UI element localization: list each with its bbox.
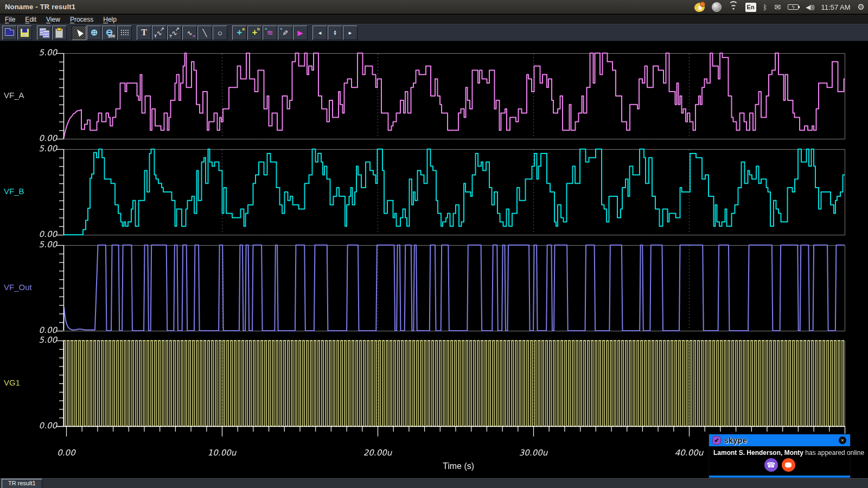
x-tick-label: 40.00u [675,448,703,458]
call-button[interactable]: ☎ [764,458,778,472]
save-icon [21,29,29,37]
circle-button[interactable]: ○ [213,25,227,40]
probe-add-button[interactable]: ✎+ [278,25,292,40]
system-tray: Enᛒ✉ϟ◀)))11:57 AM⚙ [694,0,865,14]
arrow-left-icon: ◂ [318,30,322,36]
copy-icon [40,28,49,37]
toolbar: ⊕⊖100TT?=╲○+a+b≋+✎+▶◂▴▾▸ [0,24,868,41]
nav-left-button[interactable]: ◂ [312,25,327,40]
cursor-icon [75,28,84,36]
keyboard-layout-badge[interactable]: En [745,3,756,12]
y-tick-label: 0.00 [3,133,57,143]
skype-message: Lamont S. Henderson, Monty has appeared … [709,446,850,457]
window-title: Noname - TR result1 [0,3,75,11]
curve-equation-button-badge: = [193,34,195,38]
select-cursor-button[interactable] [72,25,86,40]
zoom-100-button[interactable]: ⊖100 [102,25,117,40]
y-tick-label: 0.00 [3,325,57,335]
curve-query-button-badge: ? [169,34,172,38]
y-tick-label: 0.00 [3,421,57,431]
y-tick-label: 5.00 [3,240,57,249]
axis-a-button-badge: a [242,27,245,31]
clock-label: 11:57 AM [821,3,851,11]
play-icon: ▶ [298,29,303,36]
nav-updown-button[interactable]: ▴▾ [328,25,342,40]
circle-icon: ○ [218,29,222,37]
close-icon[interactable]: × [839,436,846,444]
signal-label-vf-out: VF_Out [4,282,32,292]
skype-logo: skype [724,436,747,445]
zoom-100-button-badge: 100 [108,34,115,38]
curve-arrow-icon [171,28,177,37]
folder-open-icon [5,30,14,36]
phone-icon: ☎ [767,461,775,469]
copy-button[interactable] [37,25,52,40]
menu-help[interactable]: Help [98,16,122,23]
menu-edit[interactable]: Edit [20,16,41,23]
skype-tray-icon[interactable] [694,3,705,12]
run-button[interactable]: ▶ [293,25,308,40]
line-button[interactable]: ╲ [197,25,212,40]
curve-equation-button[interactable]: = [182,25,197,40]
curve-arrow-icon [156,28,162,37]
x-axis-title: Time (s) [443,461,474,471]
text-button[interactable]: T [137,25,151,40]
y-tick-label: 0.00 [3,229,57,239]
x-tick-label: 20.00u [363,448,392,458]
probe-add-button-badge: + [280,27,283,31]
session-gear-icon[interactable]: ⚙ [858,2,865,12]
bluetooth-icon[interactable]: ᛒ [763,3,768,11]
menu-process[interactable]: Process [65,16,98,23]
curve-equals-icon [187,28,192,37]
y-tick-label: 5.00 [3,144,57,153]
top-panel: Noname - TR result1 Enᛒ✉ϟ◀)))11:57 AM⚙ [0,0,868,14]
result-tab[interactable]: TR result1 [2,479,42,488]
waveform-plot-canvas[interactable] [0,0,868,488]
chat-button[interactable] [782,458,795,472]
axis-b-button-badge: b [257,27,260,31]
mail-icon[interactable]: ✉ [774,3,781,11]
wifi-icon[interactable] [729,4,738,11]
arrow-updown-icon: ▴▾ [334,30,336,35]
application-window: VF_A5.000.00VF_B5.000.00VF_Out5.000.00VG… [0,0,868,488]
menu-bar: FileEditViewProcessHelp [0,15,868,24]
nav-right-button[interactable]: ▸ [343,25,358,40]
skype-footer-bar [709,476,850,478]
curve-label-button-badge: T [154,34,157,38]
skype-notification-header[interactable]: ✔ skype × [709,434,850,446]
axis-b-button[interactable]: +b [247,25,262,40]
y-tick-label: 5.00 [3,335,57,345]
y-tick-label: 5.00 [3,48,57,57]
zoom-in-button[interactable]: ⊕ [87,25,101,40]
skype-status-text: has appeared online [803,449,864,457]
x-tick-label: 0.00 [57,448,75,458]
waves-icon: ≋ [267,29,273,36]
menu-view[interactable]: View [41,16,65,23]
axis-cross-icon: + [252,28,258,37]
curves-add-button[interactable]: ≋+ [263,25,277,40]
line-icon: ╲ [203,29,207,36]
save-button[interactable] [17,25,32,40]
text-icon: T [141,28,147,37]
battery-icon[interactable]: ϟ [788,4,799,10]
paste-button[interactable] [52,25,67,40]
chat-bubble-icon [785,463,792,467]
grid-icon [120,29,129,36]
status-bar: TR result1 [0,478,868,488]
paste-icon [55,28,65,37]
signal-label-vf-b: VF_B [4,187,24,196]
curve-label-button[interactable]: T [152,25,167,40]
x-tick-label: 30.00u [519,448,547,458]
curve-query-button[interactable]: ? [167,25,182,40]
volume-icon[interactable]: ◀))) [806,4,814,11]
indicator-knob-icon[interactable] [712,2,722,12]
axis-a-button[interactable]: +a [232,25,247,40]
signal-label-vf-a: VF_A [4,91,24,100]
x-tick-label: 10.00u [208,448,236,458]
grid-button[interactable] [117,25,132,40]
skype-notification: ✔ skype × Lamont S. Henderson, Monty has… [709,434,851,478]
axis-cross-icon: + [237,28,242,37]
menu-file[interactable]: File [0,16,20,23]
open-file-button[interactable] [2,25,17,40]
skype-actions: ☎ [709,458,850,472]
